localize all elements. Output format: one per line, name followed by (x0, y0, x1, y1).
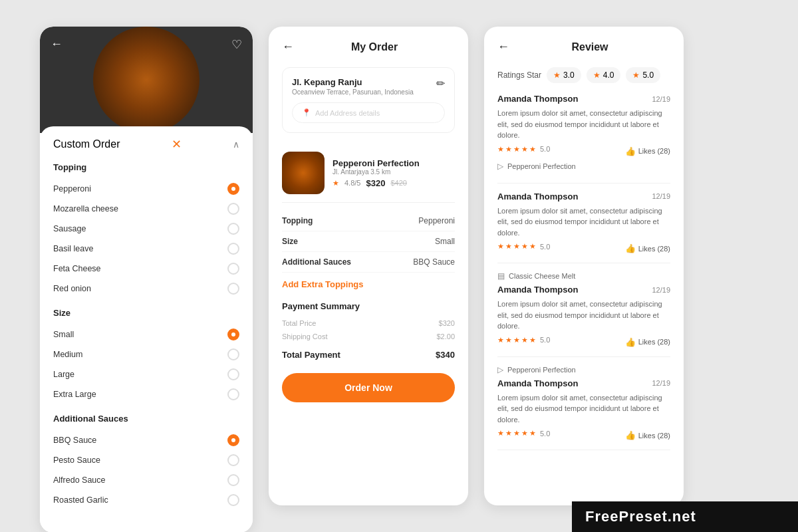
radio-pesto[interactable] (227, 454, 239, 466)
pizza-tag-1: ▷ Pepperoni Perfection (497, 162, 670, 171)
back-button-panel1[interactable]: ← (51, 37, 63, 51)
add-extra-toppings-button[interactable]: Add Extra Toppings (282, 273, 364, 296)
size-option-small[interactable]: Small (53, 325, 239, 344)
star-icon-3: ★ (553, 70, 561, 80)
review-header: ← Review (497, 40, 670, 54)
likes-row-3: 👍 Likes (28) (625, 337, 670, 347)
radio-alfredo[interactable] (227, 474, 239, 486)
close-button[interactable]: ✕ (172, 137, 182, 152)
topping-label-basil: Basil leave (53, 244, 93, 253)
shipping-val: $2.00 (436, 332, 455, 340)
shipping-label: Shipping Cost (282, 332, 328, 340)
topping-option-feta[interactable]: Feta Cheese (53, 259, 239, 279)
pizza-info: Pepperoni Perfection Jl. Antarjaya 3.5 k… (332, 158, 420, 188)
topping-val: Pepperoni (418, 216, 455, 225)
sauce-val: BBQ Sauce (413, 257, 455, 267)
favorite-button[interactable]: ♡ (231, 37, 242, 52)
likes-row-4: 👍 Likes (28) (625, 430, 670, 440)
pizza-tag-text-1: Pepperoni Perfection (507, 162, 576, 170)
topping-label-mozarella: Mozarella cheese (53, 204, 118, 213)
review-footer-4: ★ ★ ★ ★ ★ 5.0 👍 Likes (28) (497, 429, 670, 442)
topping-option-redonion[interactable]: Red onion (53, 279, 239, 299)
review-header-2: Amanda Thompson 12/19 (497, 192, 670, 201)
address-card: Jl. Kepang Ranju Oceanview Terrace, Pasu… (282, 67, 455, 133)
sauce-option-bbq[interactable]: BBQ Sauce (53, 430, 239, 450)
total-price-label: Total Price (282, 319, 316, 327)
size-option-medium[interactable]: Medium (53, 344, 239, 364)
radio-medium[interactable] (227, 348, 239, 360)
rating-pill-4[interactable]: ★ 4.0 (587, 67, 621, 83)
reviewer-name-4: Amanda Thompson (497, 378, 578, 388)
radio-sausage[interactable] (227, 223, 239, 235)
radio-mozarella[interactable] (227, 203, 239, 215)
edit-icon[interactable]: ✏ (436, 77, 445, 90)
topping-row: Topping Pepperoni (282, 211, 455, 231)
rating-pill-3[interactable]: ★ 3.0 (547, 67, 581, 83)
topping-option-mozarella[interactable]: Mozarella cheese (53, 199, 239, 219)
thumbs-up-icon-3: 👍 (625, 337, 636, 347)
review-date-4: 12/19 (652, 379, 670, 387)
likes-row-2: 👍 Likes (28) (625, 243, 670, 253)
radio-extralarge[interactable] (227, 388, 239, 400)
star1-r3: ★ (497, 336, 504, 344)
pizza-tag-text-3: Classic Cheese Melt (509, 272, 575, 280)
review-score-4: 5.0 (540, 430, 550, 438)
pizza-rating: 4.8/5 (344, 179, 360, 187)
topping-option-basil[interactable]: Basil leave (53, 239, 239, 259)
total-payment-label: Total Payment (282, 350, 340, 360)
sauce-option-pesto[interactable]: Pesto Sauce (53, 450, 239, 470)
custom-order-sheet: Custom Order ✕ ∧ Topping Pepperoni Mozar… (40, 126, 253, 532)
star2-r4: ★ (505, 429, 512, 438)
topping-option-sausage[interactable]: Sausage (53, 219, 239, 239)
address-info: Jl. Kepang Ranju Oceanview Terrace, Pasu… (292, 77, 414, 96)
sauce-label-pesto: Pesto Sauce (53, 456, 100, 465)
review-text-2: Lorem ipsum dolor sit amet, consectetur … (497, 205, 670, 239)
likes-text-2: Likes (28) (638, 245, 670, 253)
custom-order-title: Custom Order (53, 138, 120, 150)
pizza-icon-3: ▤ (497, 271, 505, 281)
reviewer-name-2: Amanda Thompson (497, 192, 578, 201)
pizza-tag-text-4: Pepperoni Perfection (507, 366, 576, 374)
radio-redonion[interactable] (227, 283, 239, 295)
radio-bbq[interactable] (227, 434, 239, 446)
size-key: Size (282, 237, 298, 246)
radio-roastedgarlic[interactable] (227, 494, 239, 506)
size-section: Size Small Medium Large Extra Large (53, 308, 239, 404)
address-row: Jl. Kepang Ranju Oceanview Terrace, Pasu… (292, 77, 445, 96)
topping-option-pepperoni[interactable]: Pepperoni (53, 179, 239, 199)
rating-pill-5[interactable]: ★ 5.0 (626, 67, 660, 83)
order-now-button[interactable]: Order Now (282, 373, 455, 402)
radio-basil[interactable] (227, 243, 239, 255)
shipping-row: Shipping Cost $2.00 (282, 330, 455, 343)
size-option-extralarge[interactable]: Extra Large (53, 384, 239, 404)
radio-feta[interactable] (227, 263, 239, 275)
review-score-1: 5.0 (540, 145, 550, 153)
topping-label-sausage: Sausage (53, 224, 86, 233)
my-order-panel: ← My Order Jl. Kepang Ranju Oceanview Te… (269, 27, 468, 505)
star4-r3: ★ (521, 336, 528, 344)
review-text-1: Lorem ipsum dolor sit amet, consectetur … (497, 108, 670, 141)
review-stars-3: ★ ★ ★ ★ ★ 5.0 (497, 336, 550, 344)
radio-small[interactable] (227, 329, 239, 340)
rating-value-4: 4.0 (603, 70, 614, 80)
review-score-2: 5.0 (540, 243, 550, 251)
address-input-row[interactable]: 📍 Add Address details (292, 102, 445, 123)
star1: ★ (497, 145, 504, 154)
back-button-panel2[interactable]: ← (282, 40, 294, 54)
radio-pepperoni[interactable] (227, 183, 239, 195)
radio-large[interactable] (227, 368, 239, 380)
sauce-option-alfredo[interactable]: Alfredo Sauce (53, 470, 239, 490)
size-option-large[interactable]: Large (53, 364, 239, 384)
sauce-option-roastedgarlic[interactable]: Roasted Garlic (53, 490, 239, 510)
thumbs-up-icon-2: 👍 (625, 243, 636, 253)
back-button-panel3[interactable]: ← (497, 40, 509, 54)
star4: ★ (521, 145, 528, 154)
star5: ★ (529, 145, 536, 154)
size-label-extralarge: Extra Large (53, 390, 96, 399)
review-stars-2: ★ ★ ★ ★ ★ 5.0 (497, 242, 550, 251)
total-payment-val: $340 (436, 350, 455, 360)
pizza-price: $320 (366, 178, 385, 188)
size-val: Small (435, 237, 455, 246)
address-subtitle: Oceanview Terrace, Pasuruan, Indonesia (292, 88, 414, 96)
pizza-name: Pepperoni Perfection (332, 158, 420, 168)
